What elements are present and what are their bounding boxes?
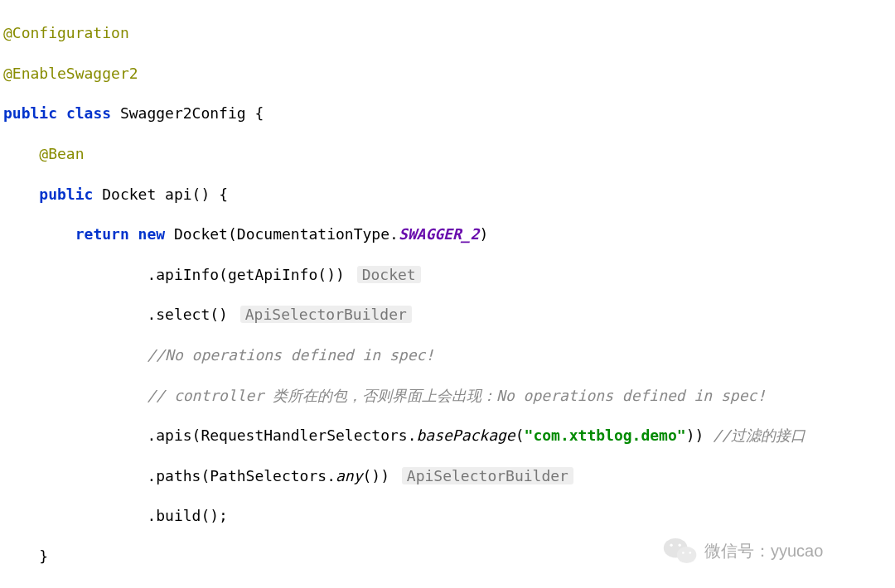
brace: { [219,186,228,203]
method-api: api() [165,186,210,203]
ctor-docket: Docket(DocumentationType. [174,225,399,243]
inlay-hint-apiselector: ApiSelectorBuilder [402,467,573,484]
paren: ( [515,427,525,444]
inlay-hint-apiselector: ApiSelectorBuilder [240,306,412,323]
keyword-public: public [3,104,57,122]
annotation-enableswagger2: @EnableSwagger2 [3,65,138,82]
string-package: "com.xttblog.demo" [525,427,686,444]
paren: ) [479,225,488,243]
keyword-public: public [39,186,93,203]
comment-noops: //No operations defined in spec! [147,346,434,364]
wechat-watermark: 微信号：yyucao [663,530,870,571]
svg-point-1 [677,547,697,563]
code-editor[interactable]: @Configuration @EnableSwagger2 public cl… [3,3,895,588]
svg-point-2 [670,544,672,547]
wechat-icon [663,536,698,566]
keyword-new: new [138,225,166,243]
keyword-class: class [66,104,111,122]
svg-point-3 [678,544,680,547]
svg-point-5 [689,552,691,554]
chain-apiinfo: .apiInfo(getApiInfo()) [147,266,344,283]
class-name: Swagger2Config [120,104,246,122]
enum-swagger2: SWAGGER_2 [399,225,480,243]
brace: } [39,547,48,565]
chain-paths-pre: .paths(PathSelectors. [147,467,336,484]
chain-build: .build(); [147,507,228,524]
comment-controller: // controller 类所在的包，否则界面上会出现：No operatio… [147,387,766,404]
type-docket: Docket [102,186,156,203]
comment-filter: //过滤的接口 [713,427,806,444]
annotation-bean: @Bean [39,145,84,162]
inlay-hint-docket: Docket [357,266,421,283]
method-basepackage: basePackage [417,427,515,444]
paren: )) [686,427,704,444]
annotation-configuration: @Configuration [3,24,129,41]
chain-apis-pre: .apis(RequestHandlerSelectors. [147,427,416,444]
watermark-text: 微信号：yyucao [704,540,823,562]
keyword-return: return [75,225,129,243]
paren: ()) [362,467,389,484]
method-any: any [336,467,363,484]
svg-point-4 [682,552,685,554]
chain-select: .select() [147,306,228,323]
brace: { [254,104,264,122]
